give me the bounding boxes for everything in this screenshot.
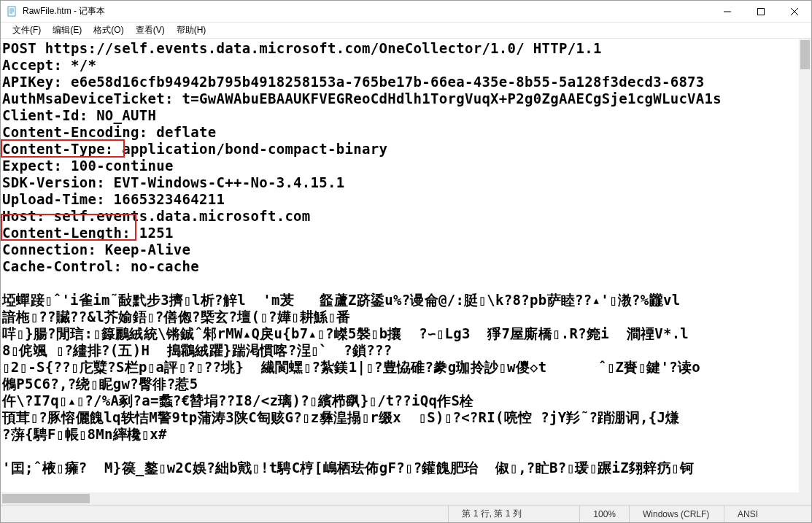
scroll-corner xyxy=(799,492,811,505)
horizontal-scrollbar[interactable] xyxy=(1,492,799,505)
close-button[interactable] xyxy=(778,1,811,22)
status-encoding: ANSI xyxy=(724,505,811,522)
maximize-button[interactable] xyxy=(744,1,778,22)
window-title: RawFile.htm - 记事本 xyxy=(23,5,711,18)
menu-format[interactable]: 格式(O) xyxy=(88,23,129,38)
vertical-scrollbar[interactable] xyxy=(799,39,811,492)
menu-view[interactable]: 查看(V) xyxy=(130,23,171,38)
menu-help[interactable]: 帮助(H) xyxy=(171,23,212,38)
window-controls xyxy=(711,1,811,22)
status-lineending: Windows (CRLF) xyxy=(629,505,724,522)
menu-file[interactable]: 文件(F) xyxy=(7,23,47,38)
titlebar: RawFile.htm - 记事本 xyxy=(1,1,811,23)
status-position: 第 1 行, 第 1 列 xyxy=(448,505,579,522)
svg-rect-6 xyxy=(758,8,765,15)
horizontal-scrollbar-thumb[interactable] xyxy=(2,494,90,503)
notepad-app-icon xyxy=(7,6,18,18)
editor-area: POST https://self.events.data.microsoft.… xyxy=(1,39,811,505)
minimize-button[interactable] xyxy=(711,1,744,22)
text-editor[interactable]: POST https://self.events.data.microsoft.… xyxy=(1,39,799,492)
menubar: 文件(F) 编辑(E) 格式(O) 查看(V) 帮助(H) xyxy=(1,23,811,39)
status-zoom: 100% xyxy=(579,505,629,522)
vertical-scrollbar-thumb[interactable] xyxy=(800,40,810,69)
menu-edit[interactable]: 编辑(E) xyxy=(47,23,88,38)
statusbar: 第 1 行, 第 1 列 100% Windows (CRLF) ANSI xyxy=(1,505,811,522)
